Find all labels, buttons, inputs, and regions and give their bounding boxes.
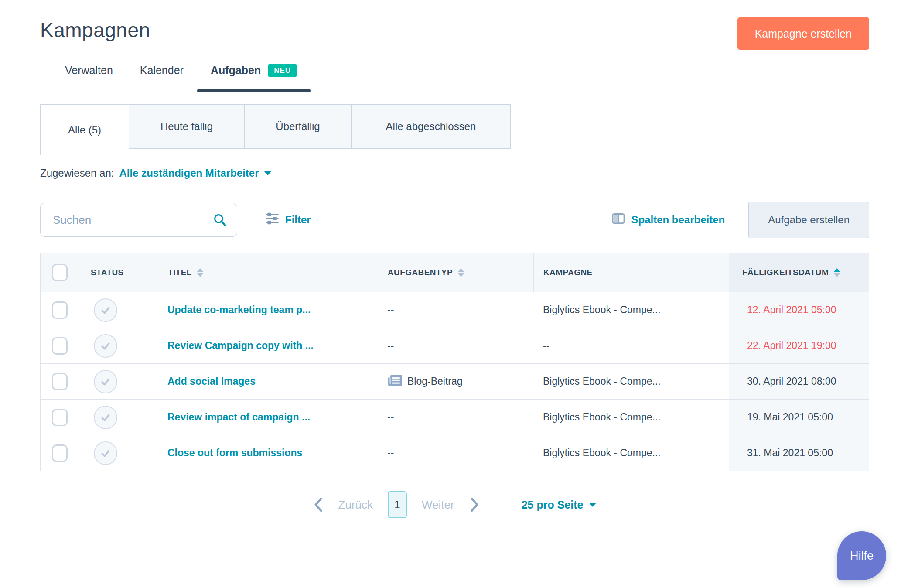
task-title-link[interactable]: Update co-marketing team p... <box>167 304 311 316</box>
task-type: -- <box>378 292 533 328</box>
create-task-button[interactable]: Aufgabe erstellen <box>748 202 869 238</box>
pagination: Zurück 1 Weiter 25 pro Seite <box>40 491 869 518</box>
tab-aufgaben[interactable]: Aufgaben NEU <box>197 64 311 100</box>
column-header-kampagne[interactable]: KAMPAGNE <box>533 253 729 292</box>
check-icon <box>100 376 111 387</box>
column-header-status: STATUS <box>81 253 158 292</box>
per-page-label: 25 pro Seite <box>522 499 584 511</box>
filter-tab-heute-faellig[interactable]: Heute fällig <box>129 104 245 149</box>
filter-sliders-icon <box>265 212 279 228</box>
row-checkbox[interactable] <box>52 373 68 390</box>
tasks-table: STATUS TITEL AUFGABENTYP KAMPAGNE FÄLLIG… <box>40 253 869 471</box>
table-row: Close out form submissions -- Biglytics … <box>41 435 869 471</box>
status-complete-toggle[interactable] <box>94 406 117 429</box>
page-header: Kampagnen Kampagne erstellen <box>40 0 869 50</box>
tab-kalender[interactable]: Kalender <box>126 64 197 100</box>
task-type: -- <box>378 400 533 435</box>
task-due-date: 19. Mai 2021 05:00 <box>729 400 869 435</box>
prev-page-button[interactable]: Zurück <box>338 498 373 512</box>
table-row: Review impact of campaign ... -- Biglyti… <box>41 399 869 435</box>
column-header-aufgabentyp[interactable]: AUFGABENTYP <box>378 253 533 292</box>
task-type: -- <box>378 328 533 363</box>
column-label: FÄLLIGKEITSDATUM <box>742 268 829 277</box>
task-due-date: 31. Mai 2021 05:00 <box>729 435 869 471</box>
task-due-date: 30. April 2021 08:00 <box>729 364 869 399</box>
next-page-button[interactable]: Weiter <box>422 498 454 512</box>
filter-tab-alle[interactable]: Alle (5) <box>40 104 129 155</box>
task-type: -- <box>378 435 533 471</box>
sort-ascending-icon <box>834 268 840 277</box>
task-due-date: 22. April 2021 19:00 <box>729 328 869 363</box>
table-header: STATUS TITEL AUFGABENTYP KAMPAGNE FÄLLIG… <box>41 253 869 292</box>
search-input[interactable] <box>40 203 237 237</box>
task-campaign: Biglytics Ebook - Compe... <box>533 400 729 435</box>
chevron-down-icon <box>589 503 596 507</box>
task-campaign: Biglytics Ebook - Compe... <box>533 364 729 399</box>
sort-icon <box>458 268 464 277</box>
column-header-titel[interactable]: TITEL <box>158 253 378 292</box>
check-icon <box>100 448 111 459</box>
check-icon <box>100 304 111 316</box>
columns-icon <box>612 213 625 227</box>
filter-tab-abgeschlossen[interactable]: Alle abgeschlossen <box>351 104 511 149</box>
tab-label: Kalender <box>140 64 184 77</box>
main-nav: Verwalten Kalender Aufgaben NEU <box>51 64 869 100</box>
row-checkbox[interactable] <box>52 337 68 355</box>
help-button[interactable]: Hilfe <box>837 531 886 580</box>
divider <box>40 191 869 191</box>
filter-button[interactable]: Filter <box>265 212 311 228</box>
check-icon <box>100 412 111 423</box>
status-complete-toggle[interactable] <box>94 298 117 322</box>
task-title-link[interactable]: Review impact of campaign ... <box>167 411 310 423</box>
current-page-button[interactable]: 1 <box>388 491 407 518</box>
task-campaign: -- <box>533 328 729 363</box>
table-row: Review Campaign copy with ... -- -- 22. … <box>41 328 869 363</box>
row-checkbox[interactable] <box>52 301 68 319</box>
tab-label: Aufgaben <box>211 64 261 77</box>
task-campaign: Biglytics Ebook - Compe... <box>533 435 729 471</box>
column-label: AUFGABENTYP <box>388 268 453 277</box>
chevron-right-icon[interactable] <box>469 497 480 512</box>
column-label: TITEL <box>168 268 192 277</box>
create-campaign-button[interactable]: Kampagne erstellen <box>737 17 869 50</box>
status-complete-toggle[interactable] <box>94 370 117 393</box>
edit-columns-label: Spalten bearbeiten <box>631 214 725 226</box>
task-type: Blog-Beitrag <box>407 376 463 387</box>
column-header-faelligkeitsdatum[interactable]: FÄLLIGKEITSDATUM <box>729 253 869 292</box>
status-complete-toggle[interactable] <box>94 441 117 465</box>
assigned-dropdown[interactable]: Alle zuständigen Mitarbeiter <box>119 167 271 179</box>
task-filter-tabs: Alle (5) Heute fällig Überfällig Alle ab… <box>40 104 869 155</box>
task-campaign: Biglytics Ebook - Compe... <box>533 292 729 328</box>
row-checkbox[interactable] <box>52 409 68 426</box>
task-due-date: 12. April 2021 05:00 <box>729 292 869 328</box>
per-page-dropdown[interactable]: 25 pro Seite <box>522 499 597 511</box>
status-complete-toggle[interactable] <box>94 334 117 358</box>
table-row: Update co-marketing team p... -- Biglyti… <box>41 292 869 328</box>
assigned-filter: Zugewiesen an: Alle zuständigen Mitarbei… <box>40 167 869 179</box>
select-all-cell <box>41 253 81 292</box>
task-title-link[interactable]: Add social Images <box>167 376 256 387</box>
blog-post-icon <box>387 374 402 390</box>
assigned-label: Zugewiesen an: <box>40 167 114 179</box>
edit-columns-button[interactable]: Spalten bearbeiten <box>612 213 725 227</box>
tab-label: Verwalten <box>65 64 113 77</box>
chevron-down-icon <box>264 171 271 175</box>
task-title-link[interactable]: Close out form submissions <box>167 447 302 459</box>
task-title-link[interactable]: Review Campaign copy with ... <box>167 340 314 352</box>
neu-badge: NEU <box>268 64 297 77</box>
filter-tab-ueberfaellig[interactable]: Überfällig <box>244 104 352 149</box>
search-box <box>40 203 237 237</box>
search-icon[interactable] <box>213 213 227 229</box>
assigned-value: Alle zuständigen Mitarbeiter <box>119 167 259 179</box>
sort-icon <box>197 268 203 277</box>
nav-divider <box>0 91 901 91</box>
check-icon <box>100 340 111 352</box>
select-all-checkbox[interactable] <box>52 264 68 281</box>
page-title: Kampagnen <box>40 17 150 43</box>
chevron-left-icon[interactable] <box>313 497 324 512</box>
filter-label: Filter <box>285 214 311 226</box>
table-row: Add social Images Blog-Beitrag Biglytics… <box>41 363 869 399</box>
table-toolbar: Filter Spalten bearbeiten Aufgabe erstel… <box>40 202 869 238</box>
row-checkbox[interactable] <box>52 444 68 462</box>
tab-verwalten[interactable]: Verwalten <box>51 64 126 100</box>
